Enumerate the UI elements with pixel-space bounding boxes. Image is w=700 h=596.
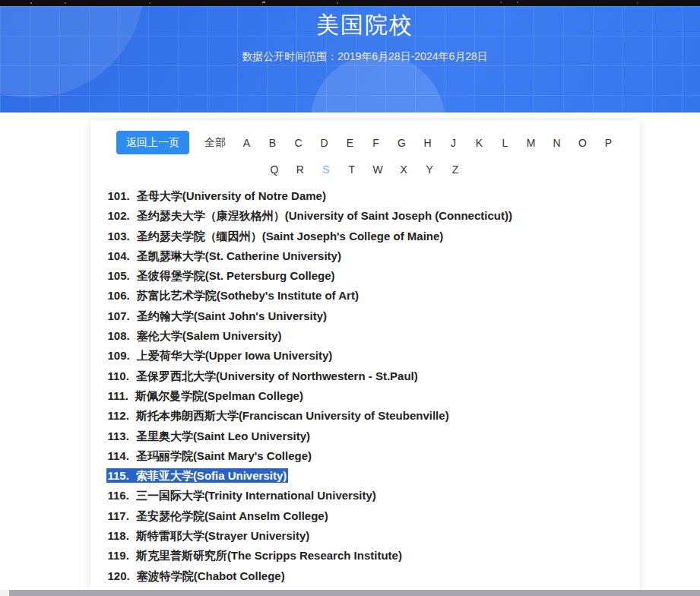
- nav-letter[interactable]: G: [397, 137, 407, 149]
- list-item[interactable]: 107.圣约翰大学(Saint John's University): [108, 306, 625, 326]
- list-item[interactable]: 105.圣彼得堡学院(St. Petersburg College): [108, 266, 625, 286]
- list-item[interactable]: 114.圣玛丽学院(Saint Mary's College): [108, 446, 625, 466]
- list-item-name-en: (Franciscan University of Steubenville): [239, 409, 449, 422]
- list-item-name-en: (Saint Mary's College): [193, 449, 312, 462]
- list-item-text: 117.圣安瑟伦学院(Saint Anselm College): [106, 509, 330, 523]
- nav-letter[interactable]: E: [345, 137, 355, 149]
- list-item[interactable]: 119.斯克里普斯研究所(The Scripps Research Instit…: [108, 546, 625, 566]
- list-item-name-zh: 圣玛丽学院: [136, 449, 193, 462]
- list-item-number: 110.: [108, 369, 129, 382]
- list-item-number: 109.: [108, 349, 130, 362]
- list-item-number: 115.: [108, 469, 129, 482]
- list-item[interactable]: 112.斯托本弗朗西斯大学(Franciscan University of S…: [108, 406, 625, 426]
- list-item[interactable]: 108.塞伦大学(Salem University): [108, 326, 625, 346]
- list-item-name-en: (University of Northwestern - St.Paul): [216, 369, 418, 382]
- list-item-name-en: (St. Catherine University): [205, 249, 341, 262]
- nav-letter[interactable]: F: [371, 137, 381, 149]
- list-item-number: 114.: [108, 449, 129, 462]
- nav-letter[interactable]: P: [603, 137, 613, 149]
- list-item[interactable]: 120.塞波特学院(Chabot College): [108, 566, 625, 586]
- list-item-number: 105.: [108, 269, 130, 282]
- list-item[interactable]: 102.圣约瑟夫大学（康涅狄格州）(University of Saint Jo…: [108, 206, 625, 226]
- horizontal-scrollbar-thumb[interactable]: [9, 590, 700, 596]
- list-item-name-zh: 斯佩尔曼学院: [135, 389, 204, 402]
- list-item-number: 104.: [108, 249, 130, 262]
- list-item[interactable]: 104.圣凯瑟琳大学(St. Catherine University): [108, 246, 625, 266]
- list-item[interactable]: 115.索菲亚大学(Sofia University): [108, 466, 625, 486]
- nav-letter[interactable]: S: [321, 163, 331, 176]
- list-item-name-zh: 圣保罗西北大学: [136, 369, 216, 382]
- nav-letter[interactable]: L: [500, 137, 510, 149]
- nav-letter[interactable]: D: [319, 137, 329, 149]
- list-item-name-en: (Saint Anselm College): [204, 509, 328, 522]
- nav-letter[interactable]: J: [448, 137, 458, 149]
- list-item-name-zh: 斯托本弗朗西斯大学: [136, 409, 239, 422]
- list-item-text: 105.圣彼得堡学院(St. Petersburg College): [106, 268, 337, 283]
- nav-letter[interactable]: M: [526, 137, 536, 149]
- list-item[interactable]: 103.圣约瑟夫学院（缅因州）(Saint Joseph's College o…: [108, 227, 625, 246]
- nav-letter[interactable]: W: [372, 163, 382, 176]
- list-item-text: 104.圣凯瑟琳大学(St. Catherine University): [106, 249, 343, 263]
- list-item-number: 107.: [108, 309, 130, 322]
- nav-letter[interactable]: Y: [425, 163, 435, 176]
- list-item-text: 118.斯特雷耶大学(Strayer University): [106, 528, 312, 543]
- list-item-number: 119.: [108, 549, 129, 562]
- nav-letters-row-2: Q R S T W X Y Z: [269, 163, 460, 176]
- list-item-name-en: (Chabot College): [194, 569, 285, 582]
- university-list: 101.圣母大学(University of Notre Dame) 102.圣…: [106, 186, 625, 586]
- list-item-number: 118.: [108, 529, 129, 542]
- list-item-text: 112.斯托本弗朗西斯大学(Franciscan University of S…: [106, 408, 451, 423]
- list-item[interactable]: 118.斯特雷耶大学(Strayer University): [108, 526, 625, 546]
- list-item-name-en: (Saint Leo University): [193, 430, 310, 442]
- list-item-text: 101.圣母大学(University of Notre Dame): [106, 189, 328, 203]
- back-button[interactable]: 返回上一页: [116, 131, 189, 154]
- list-item-name-zh: 三一国际大学: [136, 489, 204, 502]
- nav-letter[interactable]: A: [242, 137, 252, 149]
- list-item[interactable]: 116.三一国际大学(Trinity International Univers…: [108, 486, 625, 506]
- list-item-text: 108.塞伦大学(Salem University): [106, 328, 283, 343]
- list-item[interactable]: 101.圣母大学(University of Notre Dame): [108, 186, 625, 206]
- nav-letter[interactable]: T: [347, 163, 356, 176]
- list-item-text: 111.斯佩尔曼学院(Spelman College): [106, 388, 305, 403]
- list-item-text: 113.圣里奥大学(Saint Leo University): [106, 429, 312, 443]
- list-item[interactable]: 106.苏富比艺术学院(Sotheby's Institute of Art): [108, 286, 625, 306]
- list-item-name-en: (University of Notre Dame): [182, 189, 326, 202]
- nav-letter[interactable]: Q: [269, 163, 279, 176]
- nav-letter[interactable]: K: [474, 137, 484, 149]
- list-item-number: 116.: [108, 489, 129, 502]
- list-item-name-en: (Sofia University): [193, 469, 287, 482]
- nav-letter[interactable]: B: [268, 137, 277, 149]
- nav-letter[interactable]: Z: [451, 163, 461, 176]
- list-item-number: 111.: [108, 389, 129, 402]
- list-item[interactable]: 111.斯佩尔曼学院(Spelman College): [108, 386, 625, 406]
- list-item-name-zh: 圣约翰大学: [137, 309, 194, 322]
- page-header-banner: 美国院校 数据公开时间范围：2019年6月28日-2024年6月28日: [0, 6, 700, 113]
- list-item-name-en: (University of Saint Joseph (Connecticut…: [285, 209, 512, 222]
- list-item[interactable]: 110.圣保罗西北大学(University of Northwestern -…: [108, 366, 625, 386]
- list-item-name-zh: 塞伦大学: [137, 329, 182, 342]
- list-item-text: 115.索菲亚大学(Sofia University): [106, 468, 289, 483]
- list-item-name-en: (St. Petersburg College): [205, 269, 335, 282]
- list-item-name-zh: 斯克里普斯研究所: [136, 549, 227, 562]
- list-item-name-zh: 圣凯瑟琳大学: [137, 249, 205, 262]
- list-item-name-en: (Trinity International University): [204, 489, 376, 502]
- nav-letter[interactable]: 全部: [204, 136, 226, 150]
- nav-letter[interactable]: X: [399, 163, 409, 176]
- horizontal-scrollbar[interactable]: [0, 590, 700, 596]
- list-item-name-en: (The Scripps Research Institute): [227, 549, 402, 562]
- list-item[interactable]: 113.圣里奥大学(Saint Leo University): [108, 426, 625, 446]
- nav-letter[interactable]: O: [578, 137, 588, 149]
- nav-row-1: 返回上一页 全部 A B C D E F: [106, 131, 625, 154]
- list-item-text: 116.三一国际大学(Trinity International Univers…: [106, 488, 378, 502]
- list-item[interactable]: 109.上爱荷华大学(Upper Iowa University): [108, 346, 625, 366]
- list-item-text: 119.斯克里普斯研究所(The Scripps Research Instit…: [106, 548, 404, 563]
- list-item-text: 109.上爱荷华大学(Upper Iowa University): [106, 348, 334, 363]
- nav-letter[interactable]: N: [552, 137, 562, 149]
- list-item[interactable]: 117.圣安瑟伦学院(Saint Anselm College): [108, 506, 625, 526]
- list-item-name-en: (Upper Iowa University): [205, 349, 333, 362]
- nav-letter[interactable]: C: [293, 137, 303, 149]
- nav-letter[interactable]: H: [423, 137, 432, 149]
- list-item-number: 106.: [108, 289, 130, 302]
- list-item-name-zh: 上爱荷华大学: [137, 349, 205, 362]
- nav-letter[interactable]: R: [295, 163, 305, 176]
